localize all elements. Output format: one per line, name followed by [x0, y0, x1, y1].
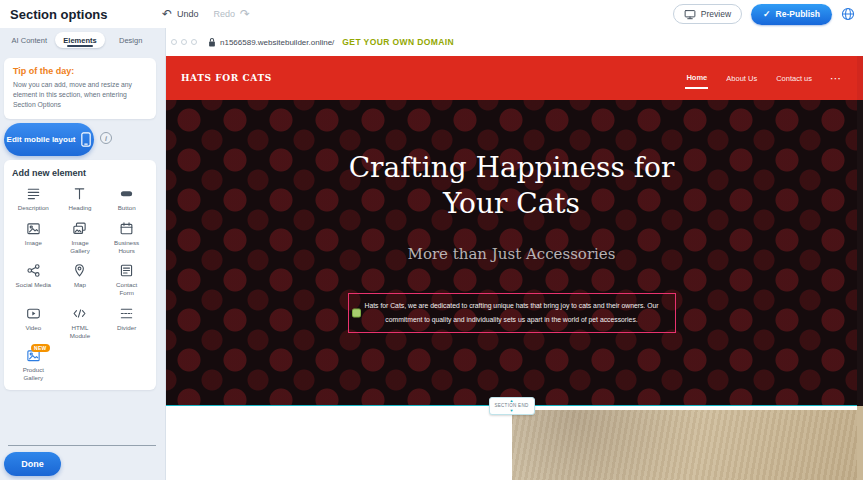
- element-label: Image Gallery: [62, 239, 98, 255]
- element-heading[interactable]: Heading: [59, 186, 102, 212]
- element-business-hours[interactable]: Business Hours: [105, 221, 148, 255]
- lock-icon: [208, 37, 216, 48]
- element-label: Business Hours: [109, 239, 145, 255]
- site-nav: Home About Us Contact us ⋯: [685, 56, 841, 100]
- site-logo[interactable]: HATS FOR CATS: [181, 73, 272, 83]
- tab-elements-label: Elements: [63, 36, 96, 45]
- phone-icon: [81, 132, 91, 147]
- arrow-down-icon: ▼: [510, 409, 514, 413]
- monitor-icon: [684, 9, 696, 20]
- get-own-domain-link[interactable]: GET YOUR OWN DOMAIN: [342, 37, 454, 47]
- tab-ai-content-label: AI Content: [12, 36, 47, 45]
- topbar-actions: Preview ✓ Re-Publish: [673, 4, 855, 25]
- nav-contact-us[interactable]: Contact us: [775, 69, 813, 88]
- element-image[interactable]: Image: [12, 221, 55, 255]
- hero-heading[interactable]: Crafting Happiness for Your Cats: [332, 150, 692, 223]
- redo-icon[interactable]: ↷: [240, 7, 250, 21]
- element-divider[interactable]: Divider: [105, 306, 148, 340]
- window-dot: [171, 39, 177, 45]
- element-drag-handle[interactable]: [352, 309, 361, 318]
- next-section: [166, 406, 857, 480]
- image-icon: [26, 221, 41, 236]
- browser-bar: n1566589.websitebuilder.online/ GET YOUR…: [166, 28, 863, 56]
- republish-label: Re-Publish: [776, 9, 820, 19]
- topbar: Section options ↶ Undo Redo ↷ Preview ✓ …: [0, 0, 863, 28]
- element-label: Social Media: [16, 281, 51, 289]
- page-title: Section options: [10, 7, 162, 22]
- element-video[interactable]: Video: [12, 306, 55, 340]
- hero-subheading[interactable]: More than Just Accessories: [408, 245, 616, 263]
- site-preview: HATS FOR CATS Home About Us Contact us ⋯…: [166, 56, 857, 480]
- element-label: Map: [74, 281, 86, 289]
- element-label: Video: [25, 324, 41, 332]
- element-label: Contact Form: [109, 281, 145, 297]
- tip-title: Tip of the day:: [13, 66, 147, 76]
- element-html-module[interactable]: HTML Module: [59, 306, 102, 340]
- editor-canvas: n1566589.websitebuilder.online/ GET YOUR…: [166, 28, 863, 480]
- window-dot: [191, 39, 197, 45]
- element-label: HTML Module: [62, 324, 98, 340]
- element-map[interactable]: Map: [59, 263, 102, 297]
- map-pin-icon: [72, 263, 87, 278]
- info-icon[interactable]: i: [100, 132, 112, 144]
- preview-button[interactable]: Preview: [673, 4, 742, 24]
- add-element-title: Add new element: [12, 168, 148, 178]
- globe-language-icon[interactable]: [841, 7, 855, 21]
- page-scrollbar-strip[interactable]: [857, 56, 863, 480]
- tab-design[interactable]: Design: [105, 32, 156, 48]
- element-grid: Description Heading Button Image Image G: [12, 186, 148, 382]
- edit-mobile-layout-button[interactable]: Edit mobile layout: [4, 123, 94, 156]
- section-end-resize-handle[interactable]: ▲ SECTION END ▼: [489, 397, 535, 415]
- app-window: Section options ↶ Undo Redo ↷ Preview ✓ …: [0, 0, 863, 480]
- undo-button[interactable]: Undo: [177, 9, 199, 19]
- done-button[interactable]: Done: [4, 452, 61, 476]
- element-contact-form[interactable]: Contact Form: [105, 263, 148, 297]
- element-description[interactable]: Description: [12, 186, 55, 212]
- check-icon: ✓: [763, 9, 771, 19]
- edit-mobile-label: Edit mobile layout: [7, 135, 76, 144]
- divider-icon: [119, 306, 134, 321]
- add-element-panel: Add new element Description Heading Butt…: [4, 160, 156, 390]
- undo-redo-group: ↶ Undo Redo ↷: [162, 7, 250, 21]
- video-icon: [26, 306, 41, 321]
- tab-ai-content[interactable]: AI Content: [4, 32, 55, 48]
- nav-about-us[interactable]: About Us: [725, 69, 758, 88]
- element-label: Divider: [117, 324, 136, 332]
- sidebar-tabs: AI Content Elements Design: [4, 32, 156, 48]
- button-icon: [119, 186, 134, 201]
- element-social-media[interactable]: Social Media: [12, 263, 55, 297]
- share-icon: [26, 263, 41, 278]
- redo-button[interactable]: Redo: [214, 9, 236, 19]
- element-label: Description: [18, 204, 49, 212]
- element-product-gallery[interactable]: NEW Product Gallery: [12, 348, 55, 382]
- window-dot: [181, 39, 187, 45]
- preview-label: Preview: [701, 9, 731, 19]
- strip-next-segment: [857, 406, 863, 480]
- element-image-gallery[interactable]: Image Gallery: [59, 221, 102, 255]
- tab-design-label: Design: [119, 36, 142, 45]
- undo-icon[interactable]: ↶: [162, 7, 172, 21]
- business-hours-icon: [119, 221, 134, 236]
- strip-header-segment: [857, 56, 863, 100]
- element-label: Heading: [68, 204, 91, 212]
- element-button[interactable]: Button: [105, 186, 148, 212]
- site-url[interactable]: n1566589.websitebuilder.online/: [220, 38, 334, 47]
- selected-text-element[interactable]: Hats for Cats, we are dedicated to craft…: [348, 293, 676, 334]
- carpet-photo: [512, 410, 857, 480]
- new-badge: NEW: [31, 344, 50, 352]
- tab-elements[interactable]: Elements: [55, 32, 106, 48]
- hero-section[interactable]: Crafting Happiness for Your Cats More th…: [166, 100, 857, 406]
- hero-paragraph: Hats for Cats, we are dedicated to craft…: [355, 299, 669, 328]
- form-icon: [119, 263, 134, 278]
- tip-of-the-day-card: Tip of the day: Now you can add, move an…: [4, 58, 156, 119]
- more-menu-icon[interactable]: ⋯: [830, 73, 841, 84]
- sidebar: AI Content Elements Design Tip of the da…: [0, 28, 166, 480]
- strip-hero-segment: [857, 100, 863, 406]
- sidebar-divider: [8, 445, 156, 446]
- element-label: Product Gallery: [15, 366, 51, 382]
- image-gallery-icon: [72, 221, 87, 236]
- nav-home[interactable]: Home: [685, 68, 708, 89]
- site-header: HATS FOR CATS Home About Us Contact us ⋯: [166, 56, 857, 100]
- code-icon: [72, 306, 87, 321]
- republish-button[interactable]: ✓ Re-Publish: [751, 4, 832, 25]
